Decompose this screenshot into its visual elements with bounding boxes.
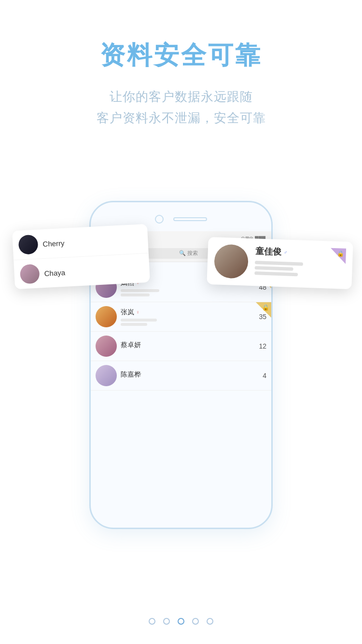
phone-speaker xyxy=(173,217,207,221)
big-card-line-2 xyxy=(255,266,293,271)
floating-card-right: 童佳俊 ♂ 🔒 xyxy=(207,237,353,289)
contact-item-cai[interactable]: 蔡卓妍 12 xyxy=(91,332,271,361)
subtitle: 让你的客户数据永远跟随 客户资料永不泄漏，安全可靠 xyxy=(0,86,362,128)
phone-mockup-container: 22:46 ◎⊞◎ ▓▓▓ 〈 〈 返回 🔍 搜索 排序 预约次数 xyxy=(0,148,362,582)
dot-2[interactable] xyxy=(163,618,170,625)
contact-name-zhanglan: 张岚 ♀ xyxy=(121,308,255,317)
floating-card-left: Cherry Chaya xyxy=(12,224,150,289)
lock-icon-2: 🔒 xyxy=(262,304,269,311)
contact-name-cai: 蔡卓妍 xyxy=(121,341,255,350)
contact-count-chen: 4 xyxy=(263,372,266,379)
contact-line-a xyxy=(121,319,157,322)
subtitle-line2: 客户资料永不泄漏，安全可靠 xyxy=(0,107,362,128)
avatar-tongjjun xyxy=(214,244,249,279)
dot-1[interactable] xyxy=(149,618,155,625)
main-title: 资料安全可靠 xyxy=(0,39,362,72)
contact-info-chen: 陈嘉桦 xyxy=(121,370,259,381)
big-card-lines xyxy=(254,261,323,278)
lock-icon-right: 🔒 xyxy=(337,250,344,257)
avatar-cherry xyxy=(18,235,39,255)
page-container: 资料安全可靠 让你的客户数据永远跟随 客户资料永不泄漏，安全可靠 22:46 ◎… xyxy=(0,0,362,644)
avatar-cai xyxy=(96,336,117,357)
gender-icon-female2: ♀ xyxy=(136,309,140,315)
avatar-zhanglan xyxy=(96,306,117,327)
contact-lines xyxy=(121,289,255,296)
big-card-tongjjun: 童佳俊 ♂ 🔒 xyxy=(207,237,353,289)
card-info-tongjjun: 童佳俊 ♂ xyxy=(254,246,324,278)
subtitle-line1: 让你的客户数据永远跟随 xyxy=(0,86,362,107)
lock-badge-right: 🔒 xyxy=(330,248,346,264)
search-icon: 🔍 xyxy=(179,250,186,256)
search-label: 搜索 xyxy=(187,250,198,257)
contact-item-chen[interactable]: 陈嘉桦 4 xyxy=(91,361,271,391)
dot-4[interactable] xyxy=(192,618,199,625)
contact-line-1 xyxy=(121,289,159,292)
page-indicators xyxy=(0,618,362,625)
avatar-chaya xyxy=(20,264,40,284)
lock-badge-zhanglan: 🔒 xyxy=(256,302,271,318)
contact-info-cai: 蔡卓妍 xyxy=(121,341,255,351)
contact-line-b xyxy=(121,323,147,326)
name-chaya: Chaya xyxy=(44,268,65,278)
dot-5[interactable] xyxy=(207,618,213,625)
gender-male-icon: ♂ xyxy=(284,250,288,255)
big-card-line-1 xyxy=(255,261,303,266)
contact-line-2 xyxy=(121,294,150,296)
card-name-tongjjun: 童佳俊 ♂ xyxy=(255,246,324,260)
contact-lines-zhanglan xyxy=(121,319,255,326)
header-section: 资料安全可靠 让你的客户数据永远跟随 客户资料永不泄漏，安全可靠 xyxy=(0,0,362,148)
big-card-line-3 xyxy=(254,272,298,277)
contact-info-zhanglan: 张岚 ♀ xyxy=(121,308,255,326)
phone-camera-circle xyxy=(155,215,164,224)
contact-name-chen: 陈嘉桦 xyxy=(121,370,259,379)
contact-count-cai: 12 xyxy=(259,342,266,350)
name-cherry: Cherry xyxy=(42,239,65,248)
avatar-chen xyxy=(96,365,117,386)
dot-3-active[interactable] xyxy=(178,618,184,625)
contact-item-zhanglan[interactable]: 张岚 ♀ 35 🔒 xyxy=(91,302,271,332)
